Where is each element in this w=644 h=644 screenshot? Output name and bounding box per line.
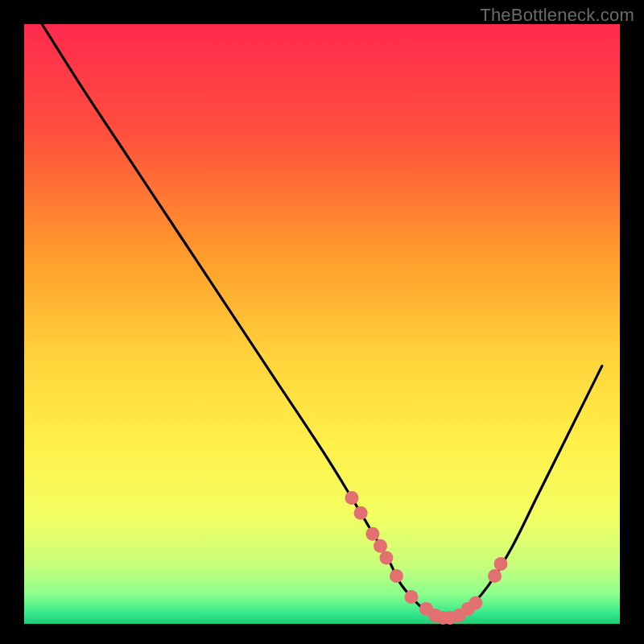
bottleneck-chart — [0, 0, 644, 644]
plot-background — [24, 24, 620, 624]
marker-point — [405, 590, 419, 604]
marker-point — [469, 596, 482, 609]
chart-stage: TheBottleneck.com — [0, 0, 644, 644]
marker-point — [365, 527, 379, 541]
marker-point — [374, 539, 387, 553]
marker-point — [379, 551, 393, 565]
marker-point — [494, 557, 508, 571]
marker-point — [390, 569, 403, 583]
marker-point — [488, 569, 502, 583]
marker-point — [354, 506, 368, 520]
watermark-text: TheBottleneck.com — [480, 5, 634, 26]
marker-point — [345, 491, 359, 505]
